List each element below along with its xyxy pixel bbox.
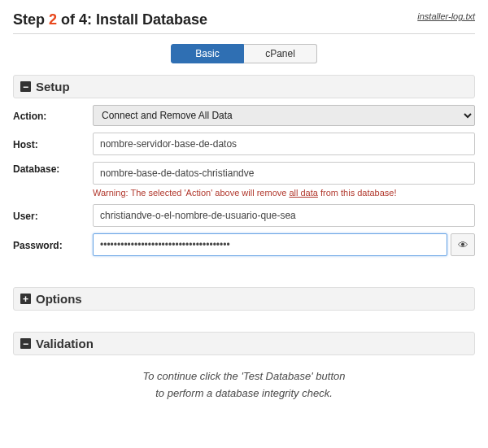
installer-log-link[interactable]: installer-log.txt [417,11,475,21]
mode-tabs: Basic cPanel [13,44,475,63]
minus-icon: − [20,338,31,349]
step-number: 2 [49,11,57,28]
user-label: User: [13,209,93,222]
plus-icon: + [20,294,31,304]
validation-message: To continue click the 'Test Database' bu… [13,368,475,402]
password-label: Password: [13,238,93,251]
eye-icon: 👁 [458,239,468,251]
section-validation-header[interactable]: − Validation [13,332,475,355]
database-label: Database: [13,162,93,175]
section-setup-header[interactable]: − Setup [13,75,475,98]
page-title: Step 2 of 4: Install Database [13,11,207,28]
action-select[interactable]: Connect and Remove All Data [93,105,475,126]
host-label: Host: [13,137,93,150]
toggle-password-button[interactable]: 👁 [451,233,475,256]
all-data-link[interactable]: all data [289,188,317,198]
user-input[interactable] [93,204,475,227]
password-input[interactable] [93,233,447,256]
tab-basic[interactable]: Basic [171,44,244,63]
minus-icon: − [20,81,31,92]
database-input[interactable] [93,162,475,185]
section-options-header[interactable]: + Options [13,287,475,311]
database-warning: Warning: The selected 'Action' above wil… [93,188,475,198]
tab-cpanel[interactable]: cPanel [244,44,317,63]
action-label: Action: [13,109,93,122]
host-input[interactable] [93,133,475,155]
